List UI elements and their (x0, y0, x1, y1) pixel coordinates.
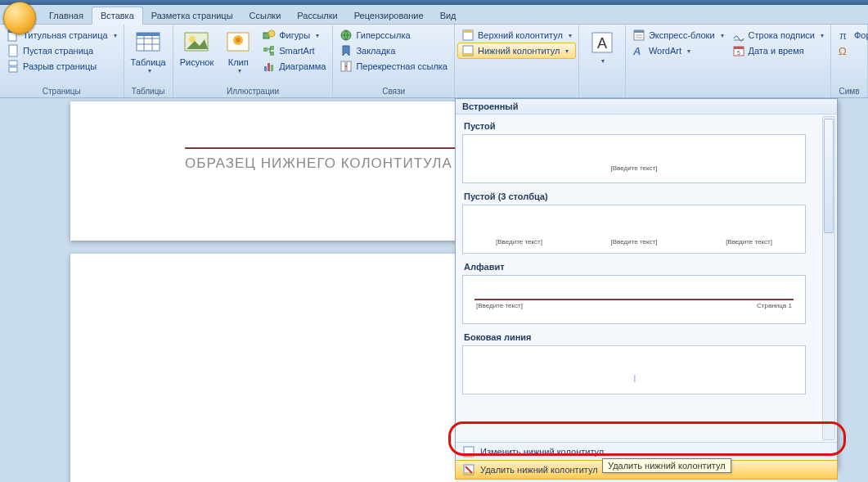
menu-label: Изменить нижний колонтитул (480, 447, 604, 457)
wordart-icon: A (632, 44, 645, 57)
page-break-button[interactable]: Разрыв страницы (3, 59, 120, 74)
svg-point-17 (268, 30, 275, 37)
group-label: Иллюстрации (177, 86, 330, 97)
equation-button[interactable]: π Форм (834, 28, 868, 43)
svg-text:A: A (597, 35, 607, 52)
cmd-label: Экспресс-блоки (649, 30, 715, 40)
gallery-option-title: Пустой (464, 121, 821, 131)
chart-button[interactable]: Диаграмма (259, 59, 329, 74)
svg-rect-34 (634, 30, 644, 33)
svg-rect-36 (636, 37, 642, 38)
tab-pagelayout[interactable]: Разметка страницы (143, 7, 241, 24)
save-selection-item: Сохранить выделенный фрагмент в коллекци… (456, 479, 837, 482)
textbox-icon: A (589, 29, 615, 56)
cmd-label: Форм (854, 30, 868, 40)
textbox-button[interactable]: A (582, 26, 622, 86)
signature-line-button[interactable]: Строка подписи (729, 28, 827, 43)
bookmark-icon (340, 44, 353, 57)
svg-rect-30 (463, 53, 473, 56)
quickparts-button[interactable]: Экспресс-блоки (629, 28, 727, 43)
crossref-icon (340, 60, 353, 73)
pi-icon: π (838, 29, 851, 42)
office-button[interactable] (3, 2, 36, 34)
cmd-label: Разрыв страницы (23, 61, 97, 71)
clipart-button[interactable]: Клип (218, 26, 258, 86)
blankpage-icon (7, 44, 20, 57)
svg-rect-28 (463, 30, 473, 33)
scrollbar-thumb[interactable] (824, 119, 834, 233)
hyperlink-icon (340, 29, 353, 42)
page-cursor: | (632, 374, 636, 382)
cmd-label: Нижний колонтитул (478, 46, 560, 56)
header-button[interactable]: Верхний колонтитул (458, 28, 575, 43)
svg-text:Ω: Ω (839, 45, 847, 57)
datetime-button[interactable]: 5 Дата и время (729, 43, 827, 58)
crossref-button[interactable]: Перекрестная ссылка (336, 59, 451, 74)
blank-page-button[interactable]: Пустая страница (3, 43, 120, 58)
placeholder-text: [Введите текст] (496, 238, 542, 246)
hyperlink-button[interactable]: Гиперссылка (336, 28, 451, 43)
tab-review[interactable]: Рецензирование (346, 7, 432, 24)
cmd-label: Титульная страница (23, 30, 108, 40)
gallery-option-title: Алфавит (464, 262, 821, 272)
cmd-label: Верхний колонтитул (478, 30, 563, 40)
table-icon (135, 29, 161, 56)
header-icon (461, 29, 474, 42)
group-label: Таблицы (128, 86, 169, 97)
svg-rect-3 (9, 61, 17, 65)
quickparts-icon (632, 29, 645, 42)
shapes-button[interactable]: Фигуры (259, 28, 329, 43)
panel-heading: Встроенный (456, 99, 837, 115)
ribbon-tabs: Главная Вставка Разметка страницы Ссылки… (0, 5, 868, 25)
table-button[interactable]: Таблица (128, 26, 169, 86)
shapes-icon (263, 29, 276, 42)
gallery-item-sideline[interactable]: | (462, 345, 806, 394)
menu-label: Удалить нижний колонтитул (480, 465, 598, 475)
tab-insert[interactable]: Вставка (92, 7, 143, 25)
gallery-item-empty[interactable]: [Введите текст] (462, 134, 806, 183)
svg-rect-25 (341, 61, 345, 71)
cmd-label: Диаграмма (279, 61, 326, 71)
svg-rect-45 (464, 454, 474, 457)
chart-icon (263, 60, 276, 73)
svg-rect-10 (137, 33, 160, 36)
gallery[interactable]: Пустой [Введите текст] Пустой (3 столбца… (456, 115, 837, 442)
tab-view[interactable]: Вид (432, 7, 465, 24)
cmd-label: Строка подписи (749, 30, 815, 40)
footer-button[interactable]: Нижний колонтитул (458, 43, 575, 58)
symbol-button[interactable]: Ω (834, 43, 868, 58)
picture-button[interactable]: Рисунок (177, 26, 218, 86)
group-label: Связи (336, 86, 451, 97)
remove-footer-icon (462, 463, 475, 476)
gallery-item-empty3[interactable]: [Введите текст] [Введите текст] [Введите… (462, 205, 806, 254)
svg-rect-20 (270, 52, 274, 56)
footer-icon (461, 44, 474, 57)
cmd-label: Гиперссылка (356, 30, 410, 40)
placeholder-text: [Введите текст] (726, 238, 772, 246)
bookmark-button[interactable]: Закладка (336, 43, 451, 58)
cmd-label: WordArt (649, 46, 681, 56)
tab-mailings[interactable]: Рассылки (289, 7, 345, 24)
svg-text:5: 5 (737, 50, 740, 56)
tab-references[interactable]: Ссылки (241, 7, 290, 24)
smartart-button[interactable]: SmartArt (259, 43, 329, 58)
placeholder-text: [Введите текст] (476, 302, 523, 309)
ribbon: Титульная страница Пустая страница Разры… (0, 25, 868, 98)
placeholder-text: [Введите текст] (611, 238, 658, 246)
tab-home[interactable]: Главная (41, 7, 92, 24)
smartart-icon (263, 44, 276, 57)
gallery-option-title: Пустой (3 столбца) (464, 191, 821, 201)
omega-icon: Ω (838, 44, 851, 57)
gallery-item-alpha[interactable]: [Введите текст] Страница 1 (462, 275, 806, 324)
cmd-label: Дата и время (749, 46, 804, 56)
document-area[interactable]: ОБРАЗЕЦ НИЖНЕГО КОЛОНТИТУЛА Встроенный П… (0, 98, 868, 482)
svg-rect-18 (263, 47, 268, 52)
wordart-button[interactable]: A WordArt (629, 43, 727, 58)
gallery-scrollbar[interactable] (822, 116, 835, 440)
svg-rect-40 (734, 47, 744, 49)
cmd-label: SmartArt (279, 46, 314, 56)
pagebreak-icon (7, 60, 20, 73)
svg-text:A: A (632, 45, 641, 57)
datetime-icon: 5 (732, 44, 745, 57)
page-number-text: Страница 1 (757, 302, 792, 309)
